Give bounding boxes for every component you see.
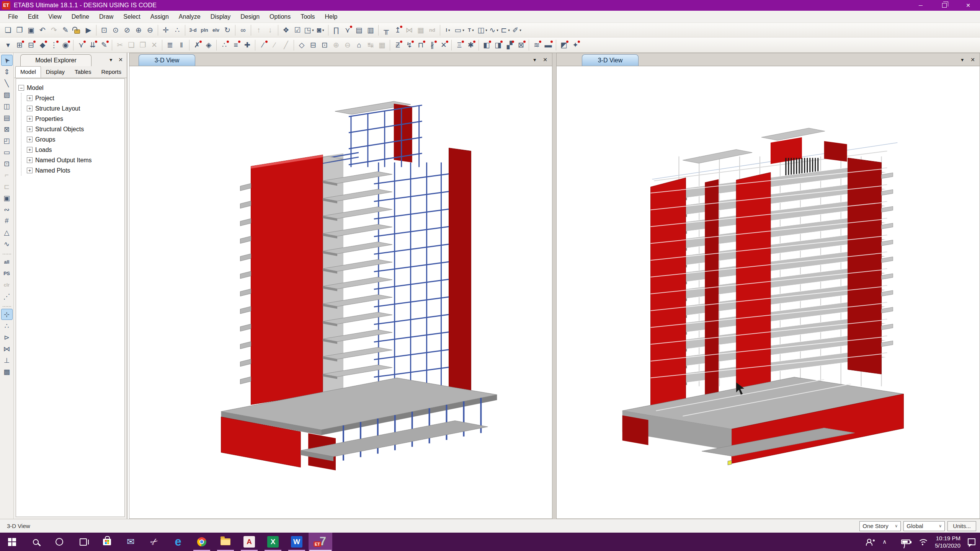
viewport-left-tab-3d-view[interactable]: 3-D View (139, 54, 195, 66)
draw-wall-opening[interactable]: ▣ (1, 192, 13, 204)
draw-link[interactable]: ∾ (1, 204, 13, 215)
draw-frame-line[interactable]: ╲ (1, 78, 13, 89)
menu-design[interactable]: Design (235, 11, 265, 22)
taskbar-word[interactable]: W (285, 533, 309, 551)
people-icon[interactable] (866, 539, 875, 545)
assign-slab-rebar[interactable]: ≋ (531, 39, 542, 51)
zoom-out[interactable]: ⊖ (144, 24, 156, 36)
reshape-object[interactable]: ⇕ (1, 66, 13, 77)
expand-box[interactable]: + (27, 116, 33, 122)
wifi-icon[interactable] (918, 539, 928, 545)
snap-ends-midpoints[interactable]: ∴ (1, 320, 13, 331)
previous-zoom[interactable]: ⊘ (121, 24, 133, 36)
story-selector[interactable]: One Story∨ (859, 521, 901, 531)
assign-composite[interactable]: ⊓ (415, 39, 426, 51)
section-channel[interactable]: ⊏▾ (500, 24, 511, 36)
select-pointer[interactable]: ➤ (1, 55, 13, 66)
tree-item-project[interactable]: +Project (27, 93, 122, 103)
select-all[interactable]: all (1, 256, 13, 267)
mesh-areas[interactable]: ◇ (296, 39, 307, 51)
pan[interactable]: ✛ (160, 24, 172, 36)
undo[interactable]: ↶ (37, 24, 48, 36)
view-3d[interactable]: 3-d (187, 24, 199, 36)
edit-grid[interactable]: # (1, 215, 13, 227)
show-hidden-icons-chevron[interactable]: ∧ (882, 538, 887, 545)
taskbar-task-view[interactable] (71, 533, 95, 551)
panel-close-button[interactable]: ✕ (118, 57, 123, 63)
tab-display[interactable]: Display (41, 66, 70, 78)
viewport-menu-button[interactable]: ▾ (533, 57, 536, 63)
snap-options[interactable]: ∴ (172, 24, 183, 36)
expand-box[interactable]: + (27, 137, 33, 142)
viewport-right-canvas[interactable] (557, 66, 980, 518)
menu-assign[interactable]: Assign (145, 11, 174, 22)
merge-points[interactable]: ✗ (191, 39, 203, 51)
joint-invert[interactable]: ↥ (392, 24, 403, 36)
replicate[interactable]: ∴ (219, 39, 230, 51)
collapse-box[interactable]: − (18, 85, 24, 91)
assign-concrete-design[interactable]: ↯ (403, 39, 415, 51)
viewport-close-button[interactable]: ✕ (970, 57, 975, 63)
viewport-menu-button[interactable]: ▾ (961, 57, 964, 63)
snap-perpendicular[interactable]: ⊥ (1, 355, 13, 366)
dimension-lines[interactable]: ‖ (176, 39, 187, 51)
section-box[interactable]: ◫▾ (477, 24, 488, 36)
open-model[interactable]: ❐ (14, 24, 25, 36)
assign-beam-rebar[interactable]: ▬ (542, 39, 554, 51)
merge-areas[interactable]: ⊟ (307, 39, 319, 51)
section-truss[interactable]: ∿▾ (488, 24, 500, 36)
tree-item-properties[interactable]: +Properties (27, 114, 122, 124)
units-button[interactable]: Units... (947, 521, 976, 531)
align-objects[interactable]: ≡ (230, 39, 242, 51)
snap-grid-points[interactable]: ⊹ (1, 309, 13, 320)
draw-null-frame[interactable]: ∏ (330, 24, 342, 36)
menu-define[interactable]: Define (67, 11, 94, 22)
assign-frame[interactable]: ⊟ (25, 39, 37, 51)
taskbar-snipping-tool[interactable]: ✂ (142, 533, 166, 551)
menu-file[interactable]: File (3, 11, 23, 22)
menu-edit[interactable]: Edit (23, 11, 44, 22)
rotate-3d-view[interactable]: ↻ (222, 24, 233, 36)
tab-reports[interactable]: Reports (96, 66, 126, 78)
pane-splitter[interactable] (552, 53, 556, 519)
menu-help[interactable]: Help (320, 11, 343, 22)
section-pen[interactable]: ✐▾ (511, 24, 523, 36)
taskbar-store[interactable] (95, 533, 119, 551)
quick-draw-x-brace[interactable]: ⊠ (1, 124, 13, 135)
assign-wall-design[interactable]: ∦ (426, 39, 438, 51)
assign-frame-loads[interactable]: ⇊ (87, 39, 98, 51)
action-center-icon[interactable] (968, 538, 975, 545)
assign-steel-design[interactable]: Ƶ (392, 39, 403, 51)
view-elevation[interactable]: elv (210, 24, 222, 36)
tree-item-structure-layout[interactable]: +Structure Layout (27, 103, 122, 114)
expand-box[interactable]: + (27, 147, 33, 153)
tree-item-loads[interactable]: +Loads (27, 145, 122, 155)
taskbar-start[interactable] (0, 533, 24, 551)
lock-model[interactable] (71, 24, 83, 36)
restore-full-view[interactable]: ⊙ (110, 24, 121, 36)
assign-pier[interactable]: ◧ (481, 39, 492, 51)
menu-analyze[interactable]: Analyze (174, 11, 206, 22)
show-connectivity[interactable]: ⋎ (342, 24, 353, 36)
assign-joint[interactable]: ⊞ (14, 39, 25, 51)
support-display[interactable]: ╥ (381, 24, 392, 36)
expand-box[interactable]: + (27, 95, 33, 101)
expand-box[interactable]: + (27, 168, 33, 173)
extrude[interactable]: ◈ (203, 39, 214, 51)
previous-selection[interactable]: PS (1, 268, 13, 279)
assign-mass[interactable]: ✱ (465, 39, 477, 51)
assign-line-spring[interactable]: ⋮ (48, 39, 60, 51)
battery-icon[interactable] (901, 540, 910, 544)
viewport-close-button[interactable]: ✕ (543, 57, 547, 63)
taskbar-edge[interactable]: e (166, 533, 190, 551)
expand-areas[interactable]: ⊡ (319, 39, 330, 51)
menu-view[interactable]: View (43, 11, 66, 22)
assign-diaphragm[interactable]: ▞ (504, 39, 515, 51)
assign-pen[interactable]: ✎ (98, 39, 110, 51)
edit-stories-grids[interactable]: ≣ (164, 39, 176, 51)
taskbar-mail[interactable]: ✉ (119, 533, 142, 551)
building-plan-views[interactable]: ▤ (353, 24, 365, 36)
tree-item-named-plots[interactable]: +Named Plots (27, 165, 122, 176)
taskbar-file-explorer[interactable] (214, 533, 237, 551)
draw-rect-area[interactable]: ▭ (1, 147, 13, 158)
